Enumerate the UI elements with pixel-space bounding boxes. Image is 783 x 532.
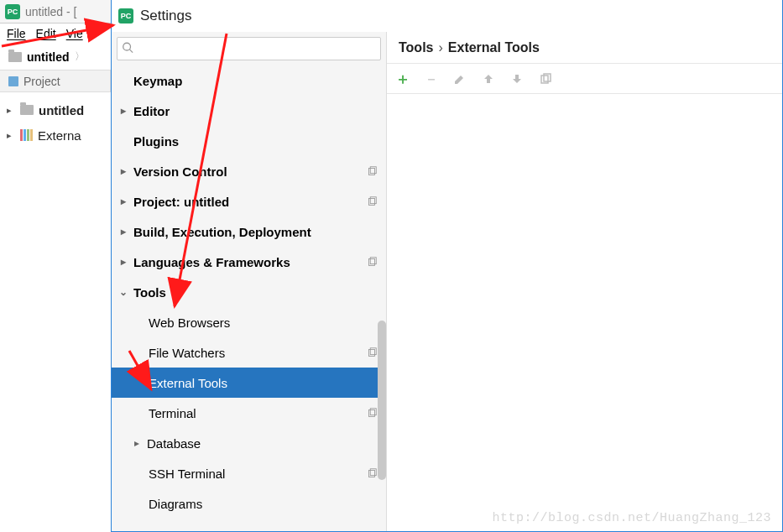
project-tab-label: Project bbox=[23, 75, 60, 88]
svg-rect-5 bbox=[370, 197, 376, 204]
svg-rect-12 bbox=[369, 471, 375, 477]
subcategory-diagrams[interactable]: Diagrams bbox=[112, 488, 386, 519]
expand-icon[interactable]: ▸ bbox=[3, 130, 15, 141]
tree-item-label: untitled bbox=[39, 103, 84, 117]
scrollbar-thumb[interactable] bbox=[378, 321, 386, 480]
chevron-right-icon[interactable]: ▸ bbox=[117, 196, 130, 207]
copy-icon bbox=[366, 347, 378, 358]
category-label: Diagrams bbox=[130, 497, 378, 511]
category-label: Editor bbox=[130, 104, 378, 118]
app-icon bbox=[5, 4, 20, 19]
chevron-right-icon[interactable]: ▸ bbox=[117, 256, 130, 268]
app-icon bbox=[118, 8, 133, 23]
folder-icon bbox=[8, 52, 22, 62]
copy-icon bbox=[366, 165, 378, 177]
tree-row-external[interactable]: ▸ Externa bbox=[3, 123, 107, 148]
watermark: http://blog.csdn.net/HuangZhang_123 bbox=[492, 511, 771, 525]
remove-button[interactable]: － bbox=[424, 71, 439, 86]
chevron-right-icon: 〉 bbox=[75, 50, 85, 64]
window-title: untitled - [ bbox=[25, 5, 76, 18]
svg-line-1 bbox=[130, 50, 133, 53]
svg-rect-7 bbox=[370, 258, 376, 264]
svg-rect-10 bbox=[369, 410, 375, 417]
svg-point-0 bbox=[123, 43, 131, 50]
svg-rect-9 bbox=[370, 348, 376, 355]
category-version-control[interactable]: ▸Version Control bbox=[112, 156, 386, 186]
svg-rect-8 bbox=[369, 350, 375, 357]
svg-rect-6 bbox=[369, 259, 375, 266]
category-label: Build, Execution, Deployment bbox=[130, 225, 378, 239]
breadcrumb-leaf: External Tools bbox=[448, 40, 540, 55]
project-tab-icon bbox=[8, 76, 18, 86]
subcategory-terminal[interactable]: Terminal bbox=[112, 398, 386, 428]
dialog-titlebar: Settings bbox=[112, 0, 782, 32]
content-toolbar: ＋ － bbox=[387, 64, 782, 94]
menu-view[interactable]: Vie bbox=[61, 27, 88, 40]
external-tools-list bbox=[387, 94, 782, 531]
chevron-right-icon[interactable]: ▸ bbox=[117, 226, 130, 237]
copy-icon bbox=[366, 256, 378, 268]
tab-project[interactable]: Project bbox=[0, 70, 111, 92]
copy-button[interactable] bbox=[538, 71, 553, 86]
svg-rect-11 bbox=[370, 409, 376, 415]
category-tools[interactable]: ⌄Tools bbox=[112, 277, 386, 307]
category-label: Languages & Frameworks bbox=[130, 255, 366, 269]
chevron-down-icon[interactable]: ⌄ bbox=[117, 286, 130, 298]
breadcrumb-root: Tools bbox=[399, 40, 433, 55]
category-label: Version Control bbox=[130, 164, 366, 179]
category-editor[interactable]: ▸Editor bbox=[112, 96, 386, 126]
category-label: Keymap bbox=[130, 74, 378, 88]
settings-content: Tools › External Tools ＋ － bbox=[387, 32, 782, 531]
dialog-title: Settings bbox=[140, 8, 191, 24]
settings-dialog: Settings Keymap ▸Editor Plugi bbox=[111, 0, 783, 532]
search-input-wrap bbox=[117, 37, 381, 60]
subcategory-file-watchers[interactable]: File Watchers bbox=[112, 337, 386, 368]
copy-icon bbox=[366, 407, 378, 419]
category-label: Web Browsers bbox=[130, 316, 378, 330]
category-label: Plugins bbox=[130, 134, 378, 149]
svg-rect-3 bbox=[370, 167, 376, 174]
chevron-right-icon[interactable]: ▸ bbox=[117, 105, 130, 117]
search-input[interactable] bbox=[117, 37, 381, 60]
breadcrumb-label: untitled bbox=[27, 50, 70, 64]
move-up-button[interactable] bbox=[481, 71, 496, 86]
category-label: External Tools bbox=[130, 376, 378, 390]
category-label: Tools bbox=[130, 285, 378, 300]
category-languages[interactable]: ▸Languages & Frameworks bbox=[112, 247, 386, 277]
category-keymap[interactable]: Keymap bbox=[112, 65, 386, 96]
tree-row-untitled[interactable]: ▸ untitled bbox=[3, 97, 107, 123]
edit-button[interactable] bbox=[452, 71, 467, 86]
category-label: Database bbox=[144, 436, 378, 451]
project-tree: ▸ untitled ▸ Externa bbox=[0, 92, 111, 153]
content-breadcrumb: Tools › External Tools bbox=[387, 32, 782, 64]
library-icon bbox=[20, 129, 33, 141]
category-project[interactable]: ▸Project: untitled bbox=[112, 186, 386, 216]
svg-rect-2 bbox=[369, 169, 375, 175]
search-icon bbox=[122, 42, 133, 56]
settings-tree: Keymap ▸Editor Plugins ▸Version Control … bbox=[112, 65, 386, 531]
settings-sidebar: Keymap ▸Editor Plugins ▸Version Control … bbox=[112, 32, 387, 531]
chevron-right-icon: › bbox=[438, 40, 442, 55]
category-label: Terminal bbox=[130, 406, 366, 420]
category-label: Project: untitled bbox=[130, 195, 366, 209]
menu-edit[interactable]: Edit bbox=[31, 27, 61, 40]
menu-file[interactable]: File bbox=[2, 27, 31, 40]
category-label: SSH Terminal bbox=[130, 467, 366, 481]
folder-icon bbox=[20, 105, 34, 115]
category-build[interactable]: ▸Build, Execution, Deployment bbox=[112, 216, 386, 247]
add-button[interactable]: ＋ bbox=[395, 71, 410, 86]
expand-icon[interactable]: ▸ bbox=[3, 105, 15, 116]
svg-rect-4 bbox=[369, 199, 375, 206]
chevron-right-icon[interactable]: ▸ bbox=[117, 165, 130, 177]
category-label: File Watchers bbox=[130, 346, 366, 360]
tree-item-label: Externa bbox=[38, 128, 81, 143]
subcategory-web-browsers[interactable]: Web Browsers bbox=[112, 307, 386, 337]
svg-rect-13 bbox=[370, 469, 376, 476]
move-down-button[interactable] bbox=[509, 71, 525, 86]
copy-icon bbox=[366, 467, 378, 479]
chevron-right-icon[interactable]: ▸ bbox=[130, 437, 144, 449]
subcategory-database[interactable]: ▸Database bbox=[112, 428, 386, 458]
category-plugins[interactable]: Plugins bbox=[112, 126, 386, 156]
subcategory-external-tools[interactable]: External Tools bbox=[112, 368, 386, 398]
subcategory-ssh-terminal[interactable]: SSH Terminal bbox=[112, 458, 386, 488]
